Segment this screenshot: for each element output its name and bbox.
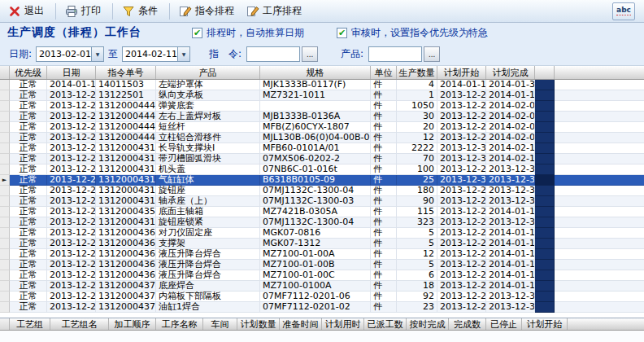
row-flag-cell[interactable]: [535, 249, 555, 260]
order-input[interactable]: [246, 46, 300, 62]
cell[interactable]: 1312000435-1: [96, 207, 156, 217]
cell[interactable]: 1312000437-11: [96, 292, 156, 302]
cell[interactable]: 立柱铝合滑移件: [156, 133, 260, 143]
cell[interactable]: 正常: [10, 175, 47, 186]
cell[interactable]: 2014-01-11: [486, 249, 535, 260]
row-flag-cell[interactable]: [535, 143, 555, 154]
row-flag-cell[interactable]: [535, 133, 555, 143]
row-flag-cell[interactable]: [535, 112, 555, 122]
cell[interactable]: 左右上盖焊对板: [156, 112, 260, 122]
cell[interactable]: 2014-02-10: [486, 154, 535, 164]
cell[interactable]: 正常: [10, 292, 47, 302]
cell[interactable]: 件: [371, 302, 397, 313]
cell[interactable]: 2013-12-30: [486, 164, 535, 175]
cell[interactable]: 2013-12-28: [437, 292, 486, 302]
cell[interactable]: 2013-12-25: [437, 196, 486, 207]
row-flag-cell[interactable]: [535, 101, 555, 112]
cell[interactable]: 90: [397, 196, 437, 207]
cell[interactable]: 100: [397, 164, 437, 175]
cell[interactable]: 2013-12-24: [437, 112, 486, 122]
cell[interactable]: 2013-12-24: [47, 101, 96, 112]
cell[interactable]: 2014-01-11: [486, 239, 535, 249]
column-header-3[interactable]: 产品: [156, 66, 260, 79]
cell[interactable]: 2013-12-30: [437, 143, 486, 154]
cell[interactable]: 1312000431-8: [96, 217, 156, 228]
cell[interactable]: 1: [397, 90, 437, 101]
cell[interactable]: 2222: [397, 143, 437, 154]
cell[interactable]: 2014-01-18: [486, 90, 535, 101]
cell[interactable]: 2014-01-11: [486, 228, 535, 239]
cell[interactable]: 2013-12-24: [437, 186, 486, 196]
table-row[interactable]: ►正常2013-12-241312000431-4气缸缸体B6318B0105-…: [0, 175, 644, 186]
cell[interactable]: 2014-02-06: [486, 101, 535, 112]
cell[interactable]: 对刀仪固定座: [156, 228, 260, 239]
cell[interactable]: 件: [371, 207, 397, 217]
row-flag-cell[interactable]: [535, 302, 555, 313]
cell[interactable]: 2013-12-24: [437, 207, 486, 217]
cell[interactable]: MZ7100-01-00C: [260, 270, 371, 281]
cell[interactable]: 2013-12-24: [47, 175, 96, 186]
cell[interactable]: 1312000436-2: [96, 228, 156, 239]
cell[interactable]: 115: [397, 207, 437, 217]
row-flag-cell[interactable]: [535, 270, 555, 281]
column-header-6[interactable]: 生产数量: [397, 66, 437, 79]
cell[interactable]: 1312000431-6: [96, 196, 156, 207]
cell[interactable]: 2013-12-24: [47, 122, 96, 133]
column-header-7[interactable]: 计划开始: [437, 66, 486, 79]
cell[interactable]: 正常: [10, 122, 47, 133]
cell[interactable]: 件: [371, 217, 397, 228]
cell[interactable]: 4: [397, 80, 437, 90]
cell[interactable]: 1312000444-4: [96, 133, 156, 143]
row-flag-cell[interactable]: [535, 175, 555, 186]
cell[interactable]: 2013-12-30: [437, 175, 486, 186]
cell[interactable]: 6: [397, 270, 437, 281]
cell[interactable]: 2013-12-23: [437, 101, 486, 112]
cell[interactable]: 92: [397, 292, 437, 302]
cell[interactable]: 2013-12-23: [437, 228, 486, 239]
cell[interactable]: 2013-12-30: [486, 217, 535, 228]
row-flag-cell[interactable]: [535, 196, 555, 207]
cell[interactable]: 25: [397, 175, 437, 186]
chevron-down-icon[interactable]: ▼: [177, 47, 189, 61]
cell[interactable]: 1312000436-5: [96, 249, 156, 260]
cell[interactable]: MFB(Z)60CYX-1807: [260, 122, 371, 133]
cell[interactable]: 2013-12-24: [47, 154, 96, 164]
cell[interactable]: 1312000436-3: [96, 239, 156, 249]
date-from-picker[interactable]: 2013-02-01 ▼: [36, 46, 104, 62]
process-column-header-11[interactable]: 已停止: [486, 318, 522, 330]
cell[interactable]: 1312000431-3: [96, 164, 156, 175]
cell[interactable]: 正常: [10, 164, 47, 175]
print-button[interactable]: 打印: [61, 2, 107, 20]
cell[interactable]: 件: [371, 133, 397, 143]
cell[interactable]: 180: [397, 186, 437, 196]
cell[interactable]: 机头盖: [156, 164, 260, 175]
cell[interactable]: MGK07-1312: [260, 239, 371, 249]
table-row[interactable]: 正常2013-12-241312000436-3支撑架MGK07-1312件52…: [0, 239, 644, 249]
cell[interactable]: [260, 101, 371, 112]
row-flag-cell[interactable]: [535, 260, 555, 270]
cell[interactable]: 件: [371, 80, 397, 90]
table-row[interactable]: 正常2013-12-241312000435-1底面主轴箱MZ7421B-030…: [0, 207, 644, 217]
cell[interactable]: 07MX506-0202-2: [260, 154, 371, 164]
cell[interactable]: 2013-12-24: [47, 186, 96, 196]
cell[interactable]: 内箱板下部隔板: [156, 292, 260, 302]
cell[interactable]: 正常: [10, 80, 47, 90]
cell[interactable]: 正常: [10, 154, 47, 164]
process-column-header-0[interactable]: 工艺组: [10, 318, 50, 330]
cell[interactable]: 2013-12-24: [47, 270, 96, 281]
cell[interactable]: 1312000436-6: [96, 260, 156, 270]
exit-button[interactable]: 退出: [4, 2, 50, 20]
cell[interactable]: 1312000437-10: [96, 302, 156, 313]
cell[interactable]: 2014-02-06: [486, 112, 535, 122]
cell[interactable]: 正常: [10, 207, 47, 217]
order-browse-button[interactable]: ...: [302, 46, 318, 62]
cell[interactable]: 正常: [10, 281, 47, 292]
process-column-header-3[interactable]: 工序名称: [156, 318, 203, 330]
cell[interactable]: 2014-01-11: [486, 281, 535, 292]
cell[interactable]: 07NB6C-01-016t: [260, 164, 371, 175]
row-flag-cell[interactable]: [535, 292, 555, 302]
cell[interactable]: MZ7421B-0305A: [260, 207, 371, 217]
cell[interactable]: 1312000444-2: [96, 112, 156, 122]
checkbox-box-1[interactable]: ✔: [337, 28, 347, 38]
product-browse-button[interactable]: ...: [424, 46, 440, 62]
